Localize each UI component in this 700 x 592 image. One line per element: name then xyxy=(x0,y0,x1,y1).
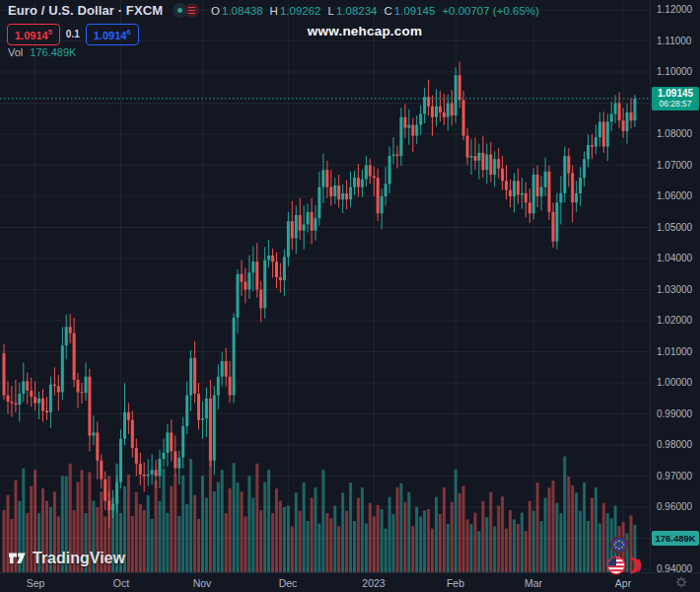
candle-body xyxy=(193,358,196,394)
volume-bar xyxy=(237,482,240,572)
price-axis-label: 1.10000 xyxy=(657,66,692,77)
volume-bar xyxy=(555,503,558,572)
candle-body xyxy=(244,282,246,290)
volume-bar xyxy=(317,524,320,573)
volume-bar xyxy=(170,486,173,572)
candle-body xyxy=(509,190,512,196)
candle-body xyxy=(419,114,422,125)
volume-bar xyxy=(381,509,384,572)
volume-bar xyxy=(185,504,188,572)
candle-body xyxy=(528,202,531,213)
price-axis[interactable]: 1.120001.110001.100001.080001.070001.060… xyxy=(651,0,700,573)
volume-bar xyxy=(505,529,508,572)
price-axis-label: 0.98000 xyxy=(657,439,692,450)
candle-body xyxy=(139,464,142,475)
symbol-title[interactable]: Euro / U.S. Dollar · FXCM xyxy=(8,3,163,18)
legend-menu-icon xyxy=(184,3,199,18)
volume-bar xyxy=(259,510,262,572)
candle-body xyxy=(392,155,395,157)
volume-bar xyxy=(221,470,224,572)
candle-body xyxy=(361,180,364,187)
candle-body xyxy=(263,260,266,309)
volume-bar xyxy=(552,481,555,572)
volume-bar xyxy=(439,514,442,572)
candle-body xyxy=(630,112,633,120)
candle-body xyxy=(618,104,621,121)
sell-button[interactable]: 1.09145 xyxy=(7,24,60,45)
candle-body xyxy=(22,381,25,394)
candle-body xyxy=(189,358,192,396)
price-axis-label: 0.99000 xyxy=(657,408,692,419)
candle-body xyxy=(166,432,169,453)
watermark-text: www.nehcap.com xyxy=(308,24,422,38)
candle-body xyxy=(439,107,442,112)
volume-bar xyxy=(559,513,562,572)
volume-bar xyxy=(295,492,298,572)
volume-bar xyxy=(423,510,426,572)
candle-body xyxy=(221,361,224,377)
volume-bar xyxy=(419,516,422,572)
volume-bar xyxy=(489,492,492,573)
low-label: L xyxy=(328,5,334,17)
candle-body xyxy=(369,166,372,177)
candle-body xyxy=(283,257,286,280)
candle-body xyxy=(237,274,240,318)
price-axis-label: 1.06000 xyxy=(657,190,692,201)
volume-legend[interactable]: Vol 176.489K xyxy=(8,46,76,58)
volume-bar xyxy=(575,492,578,572)
volume-bar xyxy=(255,464,258,572)
price-axis-label: 1.03000 xyxy=(657,284,692,295)
volume-bar xyxy=(548,487,551,572)
volume-bar xyxy=(174,475,176,572)
open-value: 1.08438 xyxy=(222,5,263,17)
candle-body xyxy=(455,75,457,115)
candle-body xyxy=(458,75,461,100)
volume-bar xyxy=(247,476,250,572)
candle-body xyxy=(61,345,64,392)
price-axis-label: 1.01000 xyxy=(657,346,692,357)
candle-body xyxy=(626,112,629,131)
market-status-toggle[interactable] xyxy=(173,3,199,18)
candle-body xyxy=(159,459,162,476)
candle-body xyxy=(497,159,500,169)
volume-bar xyxy=(403,502,406,572)
volume-bar xyxy=(462,486,465,573)
candle-body xyxy=(633,99,636,120)
chart-canvas[interactable] xyxy=(0,0,700,592)
volume-bar xyxy=(209,452,212,572)
high-value: 1.09262 xyxy=(280,5,321,17)
tradingview-chart-window: www.nehcap.com Euro / U.S. Dollar · FXCM… xyxy=(0,0,700,592)
time-axis-label: Apr xyxy=(615,577,631,589)
eu-flag-event-icon[interactable] xyxy=(611,537,627,553)
candle-body xyxy=(474,156,477,161)
candle-body xyxy=(521,193,524,195)
candle-body xyxy=(493,159,496,175)
volume-value: 176.489K xyxy=(30,46,76,58)
volume-bar xyxy=(567,477,570,572)
candle-body xyxy=(311,212,314,231)
volume-bar xyxy=(532,511,535,572)
volume-bar xyxy=(525,531,527,572)
candle-body xyxy=(96,432,99,460)
volume-bar xyxy=(139,504,142,572)
us-flag-event-icon[interactable] xyxy=(606,556,640,575)
axis-settings-gear-icon[interactable] xyxy=(674,575,688,589)
candle-body xyxy=(100,461,103,480)
buy-button[interactable]: 1.09146 xyxy=(86,24,139,45)
candle-body xyxy=(317,187,320,219)
candle-body xyxy=(470,156,473,158)
candle-body xyxy=(213,396,216,461)
candle-body xyxy=(271,256,274,261)
time-axis[interactable]: SepOctNovDec2023FebMarApr xyxy=(0,573,700,592)
candle-body xyxy=(115,482,118,504)
tradingview-logo-text: TradingView xyxy=(33,550,125,567)
candle-body xyxy=(411,125,414,136)
tradingview-logo[interactable]: TradingView xyxy=(8,549,125,567)
volume-bar xyxy=(325,513,328,572)
candle-body xyxy=(333,185,336,196)
price-axis-label: 0.97000 xyxy=(657,471,692,481)
volume-bar xyxy=(251,498,254,572)
close-value: 1.09145 xyxy=(394,5,436,17)
volume-bar xyxy=(513,519,516,572)
volume-bar xyxy=(155,481,158,572)
